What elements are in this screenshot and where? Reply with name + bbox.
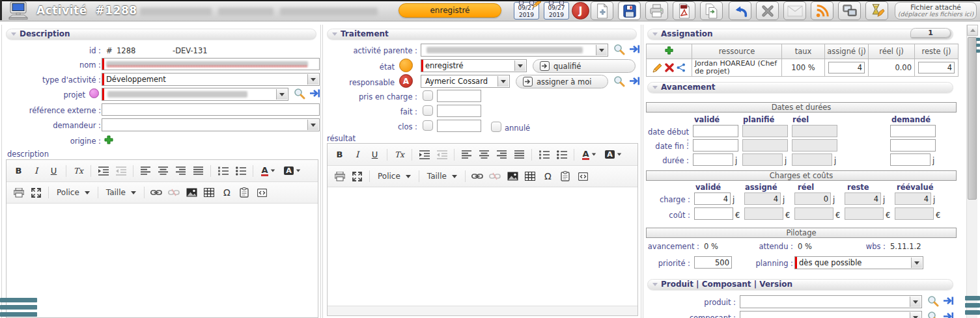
parent-activity-select[interactable] [421,44,608,57]
font-size-select[interactable]: Taille [423,168,461,184]
align-center-icon[interactable] [155,163,171,179]
delete-icon[interactable] [665,63,674,72]
edit-icon[interactable] [652,63,662,73]
link-icon[interactable] [469,168,486,184]
goto-icon[interactable] [629,75,640,86]
remove-format-button[interactable]: Tx [391,147,408,163]
responsible-select[interactable]: Aymeric Cossard [421,75,510,88]
product-select[interactable] [740,295,922,308]
outdent-icon[interactable] [434,147,450,163]
remaining-days-input[interactable] [918,62,955,73]
source-code-icon[interactable] [575,168,591,184]
activity-type-select[interactable]: Développement [102,73,320,86]
align-right-icon[interactable] [494,147,510,163]
result-editor-body[interactable] [328,187,637,307]
assign-to-me-button[interactable]: assigner à moi [516,75,608,88]
table-icon[interactable] [522,168,539,184]
taken-date-input[interactable] [437,90,481,102]
close-button[interactable] [756,1,779,20]
maximize-icon[interactable] [349,168,365,184]
assigned-days-input[interactable] [828,62,865,73]
print-doc-icon[interactable] [10,185,27,200]
chevron-down-icon[interactable] [307,120,318,130]
chevron-down-icon[interactable] [910,297,921,307]
italic-button[interactable]: I [28,163,44,179]
priority-input[interactable] [694,256,732,269]
special-char-button[interactable]: Ω [219,185,235,200]
project-select[interactable] [102,88,288,101]
pdf-export-button[interactable] [673,1,695,20]
time-tracking-button[interactable] [865,1,888,20]
justify-icon[interactable] [190,163,206,179]
print-doc-icon[interactable] [331,168,348,184]
goto-icon[interactable] [629,44,640,55]
outdent-icon[interactable] [113,163,129,179]
font-select[interactable]: Police [374,168,415,184]
charge-valide-input[interactable] [694,192,731,205]
bold-button[interactable]: B [10,163,27,179]
italic-button[interactable]: I [349,147,365,163]
search-icon[interactable] [613,44,625,55]
bold-button[interactable]: B [331,147,348,163]
chevron-down-icon[interactable] [307,74,318,85]
unlink-icon[interactable] [166,185,182,200]
justify-icon[interactable] [511,147,527,163]
assignation-count-badge[interactable]: 1 [910,28,951,38]
share-icon[interactable] [677,63,686,72]
end-demande-input[interactable] [890,139,936,152]
state-select[interactable]: enregistré [421,59,527,72]
attach-file-dropzone[interactable]: Fichier attaché (déplacer les fichiers i… [895,2,977,20]
link-icon[interactable] [148,185,165,200]
end-valide-input[interactable] [693,139,738,152]
rss-feed-button[interactable] [811,1,833,20]
align-left-icon[interactable] [137,163,154,179]
maximize-icon[interactable] [28,185,44,200]
duration-valide-input[interactable] [693,153,733,166]
bullet-list-icon[interactable] [553,147,570,163]
align-right-icon[interactable] [173,163,189,179]
search-icon[interactable] [294,88,305,99]
underline-button[interactable]: U [367,147,383,163]
text-color-button[interactable]: A [578,147,600,163]
closed-checkbox[interactable] [423,120,433,131]
text-color-button[interactable]: A [257,163,279,179]
unlink-icon[interactable] [487,168,503,184]
qualify-button[interactable]: qualifié [533,59,636,73]
taken-checkbox[interactable] [423,90,433,101]
ordered-list-icon[interactable] [215,163,231,179]
bg-color-button[interactable]: A [281,163,304,179]
requestor-select[interactable] [102,118,320,131]
save-button[interactable] [618,1,641,20]
image-icon[interactable] [505,168,521,184]
vertical-scrollbar[interactable] [966,25,977,318]
planning-select[interactable]: dès que possible [794,256,923,269]
duration-demande-input[interactable] [890,153,931,166]
goto-icon[interactable] [943,295,954,306]
done-date-input[interactable] [437,105,481,117]
special-char-button[interactable]: Ω [540,168,556,184]
align-left-icon[interactable] [458,147,475,163]
indent-icon[interactable] [416,147,432,163]
cancelled-checkbox[interactable] [491,122,501,132]
chevron-down-icon[interactable] [497,76,509,86]
section-header-description[interactable]: Description [6,29,316,40]
font-select[interactable]: Police [53,185,94,200]
done-checkbox[interactable] [423,105,433,116]
section-header-assignation[interactable]: Assignation [647,29,953,40]
start-valide-input[interactable] [693,125,738,137]
description-editor-body[interactable] [7,204,318,317]
remove-format-button[interactable]: Tx [70,163,87,179]
start-demande-input[interactable] [890,125,936,137]
undo-button[interactable] [729,1,751,20]
bullet-list-icon[interactable] [232,163,249,179]
cost-valide-input[interactable] [694,207,733,220]
external-ref-input[interactable] [102,103,320,116]
chevron-down-icon[interactable] [911,258,922,268]
paste-icon[interactable] [236,185,253,200]
indent-icon[interactable] [95,163,111,179]
ordered-list-icon[interactable] [536,147,552,163]
align-center-icon[interactable] [476,147,492,163]
table-icon[interactable] [201,185,217,200]
search-icon[interactable] [613,75,625,87]
section-header-avancement[interactable]: Avancement [647,82,953,93]
